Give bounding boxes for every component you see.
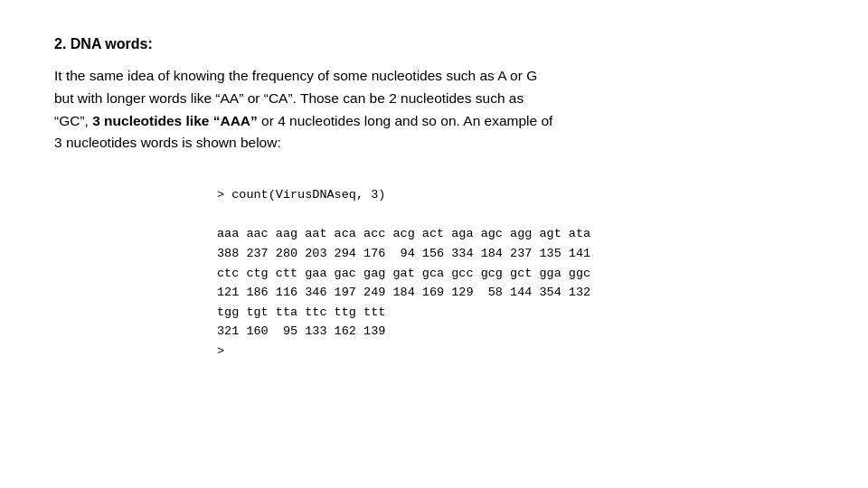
section-title: 2. DNA words: <box>54 36 814 52</box>
body-line1: It the same idea of knowing the frequenc… <box>54 68 537 83</box>
page-container: 2. DNA words: It the same idea of knowin… <box>0 0 868 488</box>
body-line4: 3 nucleotides words is shown below: <box>54 135 281 150</box>
body-line3-bold: 3 nucleotides like “AAA” <box>92 113 258 128</box>
body-line2: but with longer words like “AA” or “CA”.… <box>54 90 524 106</box>
body-text: It the same idea of knowing the frequenc… <box>54 65 814 155</box>
body-line3-post: or 4 nucleotides long and so on. An exam… <box>258 113 553 128</box>
code-block: > count(VirusDNAseq, 3) aaa aac aag aat … <box>217 176 814 361</box>
body-line3-pre: “GC”, <box>54 113 92 128</box>
